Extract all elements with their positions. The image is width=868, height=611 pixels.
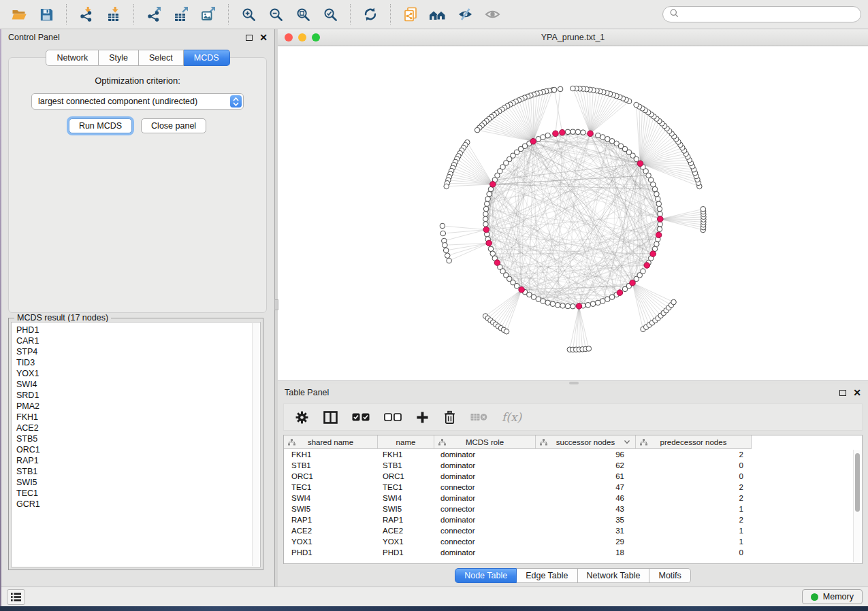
- mcds-result-item[interactable]: STB5: [16, 433, 260, 444]
- tab-network[interactable]: Network: [46, 50, 99, 66]
- mcds-result-item[interactable]: TEC1: [16, 488, 260, 499]
- table-scrollbar[interactable]: [853, 450, 861, 562]
- cell: TEC1: [284, 483, 378, 491]
- optimization-criterion-select[interactable]: largest connected component (undirected): [31, 93, 244, 110]
- table-row[interactable]: RAP1RAP1dominator352: [284, 514, 862, 525]
- settings-gear-icon[interactable]: [295, 410, 309, 425]
- mcds-result-item[interactable]: RAP1: [16, 455, 260, 466]
- column-header-shared-name[interactable]: shared name: [284, 435, 378, 449]
- mcds-result-item[interactable]: PHD1: [16, 325, 260, 335]
- tab-edge-table[interactable]: Edge Table: [517, 568, 577, 583]
- mcds-result-item[interactable]: STP4: [16, 346, 260, 357]
- cell: FKH1: [284, 450, 378, 459]
- column-header-MCDS-role[interactable]: MCDS role: [434, 435, 536, 449]
- zoom-selected-button[interactable]: [318, 3, 342, 26]
- export-image-button[interactable]: [196, 3, 221, 26]
- mcds-result-item[interactable]: CAR1: [16, 335, 260, 346]
- tab-select[interactable]: Select: [139, 50, 184, 66]
- mcds-result-item[interactable]: SRD1: [16, 390, 260, 401]
- cell: dominator: [434, 548, 536, 557]
- tab-node-table[interactable]: Node Table: [455, 568, 517, 583]
- float-panel-icon[interactable]: [246, 35, 253, 41]
- save-session-button[interactable]: [34, 3, 59, 26]
- delete-column-trash-icon[interactable]: [443, 410, 456, 425]
- import-network-button[interactable]: [74, 3, 99, 26]
- search-input[interactable]: [683, 10, 854, 19]
- memory-button[interactable]: Memory: [802, 589, 863, 604]
- result-list-scrollbar[interactable]: [252, 323, 259, 566]
- table-row[interactable]: ORC1ORC1dominator610: [284, 471, 862, 482]
- column-header-predecessor-nodes[interactable]: predecessor nodes: [636, 435, 752, 449]
- close-panel-icon[interactable]: ✕: [259, 34, 268, 41]
- mcds-result-item[interactable]: ORC1: [16, 444, 260, 455]
- desktop-wallpaper-strip: [0, 606, 868, 611]
- app-window: Control Panel ✕ NetworkStyleSelectMCDS O…: [0, 0, 868, 611]
- table-row[interactable]: FKH1FKH1dominator962: [284, 449, 862, 460]
- tab-motifs[interactable]: Motifs: [649, 568, 690, 583]
- tab-network-table[interactable]: Network Table: [578, 568, 650, 583]
- deselect-all-checkboxes-icon[interactable]: [384, 413, 402, 421]
- function-builder-fx-icon[interactable]: f(x): [502, 410, 521, 424]
- table-row[interactable]: TEC1TEC1connector472: [284, 482, 862, 493]
- import-table-button[interactable]: [101, 3, 126, 26]
- mcds-result-item[interactable]: YOX1: [16, 368, 260, 379]
- mcds-result-item[interactable]: STB1: [16, 466, 260, 477]
- network-window-titlebar: YPA_prune.txt_1: [278, 29, 868, 46]
- splitter-grip[interactable]: [274, 299, 278, 310]
- table-row[interactable]: SWI4SWI4dominator462: [284, 493, 862, 503]
- table-row[interactable]: YOX1YOX1connector291: [284, 536, 862, 547]
- zoom-out-button[interactable]: [263, 3, 288, 26]
- cell: YOX1: [284, 538, 378, 546]
- zoom-in-button[interactable]: [236, 3, 261, 26]
- network-canvas[interactable]: [278, 46, 868, 380]
- mcds-result-item[interactable]: SWI5: [16, 477, 260, 488]
- add-column-plus-icon[interactable]: [416, 411, 429, 424]
- show-all-button[interactable]: [480, 3, 504, 26]
- tab-style[interactable]: Style: [99, 50, 139, 66]
- zoom-fit-button[interactable]: [291, 3, 315, 26]
- floppy-disk-icon: [39, 7, 54, 22]
- control-panel-title: Control Panel: [8, 33, 60, 42]
- cell: TEC1: [378, 483, 434, 491]
- mcds-result-item[interactable]: ACE2: [16, 423, 260, 433]
- run-mcds-button[interactable]: Run MCDS: [69, 118, 132, 133]
- mcds-result-item[interactable]: FKH1: [16, 412, 260, 423]
- split-columns-icon[interactable]: [323, 411, 338, 424]
- control-panel-tabs: NetworkStyleSelectMCDS: [1, 50, 274, 66]
- close-panel-icon[interactable]: ✕: [853, 389, 861, 396]
- mcds-result-item[interactable]: GCR1: [16, 499, 260, 510]
- cell: 2: [636, 516, 752, 524]
- table-row[interactable]: ACE2ACE2connector311: [284, 525, 862, 536]
- search-box[interactable]: [662, 6, 861, 22]
- select-all-checkboxes-icon[interactable]: [352, 413, 370, 421]
- task-history-button[interactable]: [7, 589, 25, 605]
- mcds-result-item[interactable]: SWI4: [16, 379, 260, 390]
- cell: 2: [636, 450, 752, 459]
- close-panel-button[interactable]: Close panel: [141, 118, 206, 133]
- table-row[interactable]: STB1STB1dominator620: [284, 460, 862, 471]
- scrollbar-thumb[interactable]: [855, 453, 860, 512]
- clone-network-button[interactable]: [398, 3, 423, 26]
- hide-selected-button[interactable]: [453, 3, 477, 26]
- cell: connector: [434, 505, 536, 513]
- home-panels-button[interactable]: [425, 3, 450, 26]
- table-row[interactable]: SWI5SWI5connector431: [284, 503, 862, 514]
- mcds-result-item[interactable]: TID3: [16, 357, 260, 368]
- export-network-button[interactable]: [142, 3, 166, 26]
- cell: 2: [636, 483, 752, 491]
- column-header-successor-nodes[interactable]: successor nodes: [536, 435, 636, 449]
- mcds-result-item[interactable]: PMA2: [16, 401, 260, 412]
- float-panel-icon[interactable]: [839, 390, 846, 396]
- status-bar: Memory: [1, 587, 868, 606]
- cell: 61: [536, 472, 636, 480]
- delete-table-icon[interactable]: [470, 412, 487, 422]
- tab-mcds[interactable]: MCDS: [184, 50, 230, 66]
- table-body: FKH1FKH1dominator962STB1STB1dominator620…: [284, 449, 862, 558]
- refresh-view-button[interactable]: [358, 3, 383, 26]
- table-panel-title: Table Panel: [285, 388, 329, 397]
- table-row[interactable]: PHD1PHD1dominator180: [284, 547, 862, 558]
- memory-label: Memory: [823, 592, 854, 601]
- open-file-button[interactable]: [7, 3, 31, 26]
- export-table-button[interactable]: [169, 3, 193, 26]
- column-header-name[interactable]: name: [378, 435, 434, 449]
